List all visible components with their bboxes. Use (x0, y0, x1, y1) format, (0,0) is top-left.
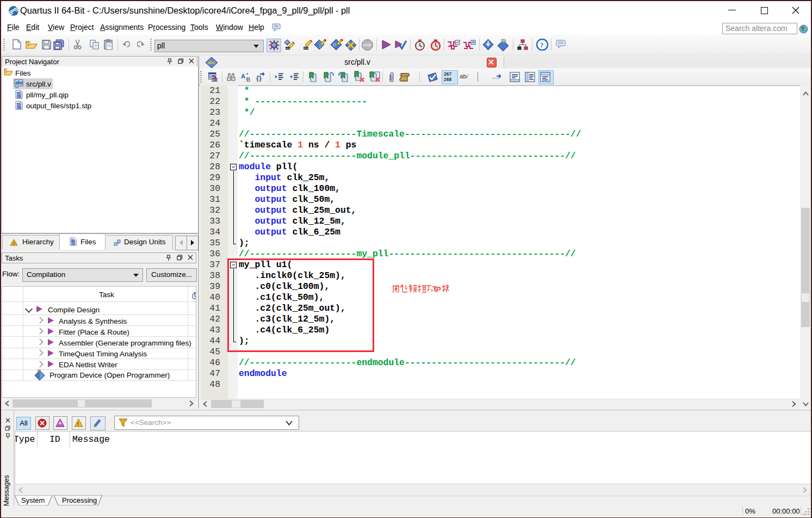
svg-text:!: ! (77, 421, 79, 427)
svg-text:?: ? (540, 41, 544, 49)
svg-text:STOP: STOP (363, 44, 371, 47)
svg-text:{}: {} (256, 74, 262, 82)
svg-text:abc: abc (15, 80, 23, 85)
svg-text:IP: IP (434, 285, 441, 293)
svg-text:A: A (241, 73, 245, 79)
svg-text:B: B (246, 77, 250, 82)
svg-text:D: D (333, 42, 337, 47)
